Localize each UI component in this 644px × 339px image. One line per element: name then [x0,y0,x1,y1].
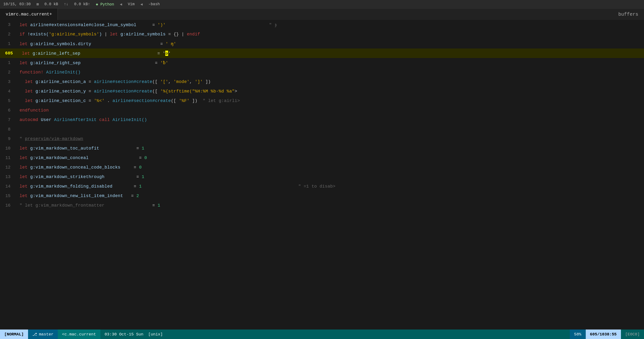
table-row: 13 let g:vim_markdown_strikethrough = 1 [0,172,644,182]
line-content: " let g:vim_markdown_frontmatter = 1 [14,203,160,208]
tab-buffers[interactable]: buffers [612,8,644,20]
top-sep1: ⊞ [36,2,39,7]
editor-area: 3 let airline#extensions#ale#close_lnum_… [0,20,644,330]
tab-filename: vimrc.mac.current+ [6,12,52,17]
line-number: 11 [0,156,14,160]
line-content: let g:airline_symbols.dirty = ' ɱ' [14,41,176,46]
table-row: 605 let g:airline_left_sep = 'ǝ' [0,48,644,58]
line-number-current: 605 [0,51,17,56]
status-branch: ⎇ master [28,330,58,339]
top-sep3: ◀ [120,2,122,7]
table-row: 6 endfunction [0,106,644,115]
table-row: 2 if !exists('g:airline_symbols') | let … [0,30,644,39]
table-row: 4 let g:airline_section_y = airline#sect… [0,86,644,96]
line-content: function! AirlineInit() [14,70,80,75]
line-content: let g:airline_section_c = '%<' . airline… [14,98,240,103]
line-number: 1 [0,41,14,46]
status-file: <c.mac.current [58,330,100,339]
line-content: let airline#extensions#ale#close_lnum_sy… [14,22,277,27]
line-number: 3 [0,80,14,84]
line-number: 15 [0,194,14,198]
branch-name: master [39,332,54,336]
line-number: 12 [0,165,14,170]
line-number: 3 [0,22,14,27]
tab-vimrc[interactable]: vimrc.mac.current+ [0,8,58,20]
line-content: let g:airline_section_y = airline#sectio… [14,89,237,94]
tab-bar: vimrc.mac.current+ buffers [0,8,644,20]
branch-icon: ⎇ [32,332,37,337]
line-number: 2 [0,32,14,36]
line-content: let g:vim_markdown_conceal_code_blocks =… [14,165,142,170]
line-content: endfunction [14,108,49,113]
table-row: 11 let g:vim_markdown_conceal = 0 [0,153,644,162]
line-number: 8 [0,127,14,132]
line-content: let g:vim_markdown_strikethrough = 1 [14,174,144,179]
table-row: 3 let airline#extensions#ale#close_lnum_… [0,20,644,30]
status-right: 58% 605/1038:55 [E0C0] [570,330,644,339]
top-shell: -bash [148,2,160,6]
line-number: 4 [0,89,14,94]
line-number: 5 [0,98,14,103]
table-row: 1 let g:airline_symbols.dirty = ' ɱ' [0,39,644,48]
line-number: 16 [0,203,14,208]
status-time: 03:30 Oct-15 Sun [unix] [100,330,167,339]
table-row: 2 function! AirlineInit() [0,68,644,77]
line-number: 2 [0,70,14,75]
line-number: 1 [0,60,14,65]
table-row: 3 let g:airline_section_a = airline#sect… [0,77,644,86]
status-encoding: [E0C0] [621,330,644,339]
table-row: 5 let g:airline_section_c = '%<' . airli… [0,96,644,106]
line-number: 9 [0,136,14,141]
line-number: 7 [0,118,14,122]
line-number: 13 [0,174,14,179]
table-row: 12 let g:vim_markdown_conceal_code_block… [0,162,644,172]
table-row: 14 let g:vim_markdown_folding_disabled =… [0,182,644,191]
table-row: 16 " let g:vim_markdown_frontmatter = 1 [0,201,644,210]
line-content: let g:airline_left_sep = 'ǝ' [17,51,171,56]
top-editor: Vim [128,2,134,6]
top-buf2: 0.0 kB↑ [74,2,90,6]
top-buf1: 0.0 kB [44,2,58,6]
top-lang: ◈ Python [96,2,114,7]
code-lines: 3 let airline#extensions#ale#close_lnum_… [0,20,644,210]
status-os: [unix] [148,332,163,336]
table-row: 15 let g:vim_markdown_new_list_item_inde… [0,191,644,201]
line-number: 6 [0,108,14,113]
line-content: if !exists('g:airline_symbols') | let g:… [14,32,200,36]
line-number: 14 [0,184,14,189]
top-status-bar: 10/15, 03:30 ⊞ 0.0 kB ↑↓ 0.0 kB↑ ◈ Pytho… [0,0,644,8]
line-content: let g:vim_markdown_new_list_item_indent … [14,194,139,198]
table-row: 8 [0,124,644,134]
line-content: let g:airline_section_a = airline#sectio… [14,80,211,84]
status-bar: [NORMAL] ⎇ master <c.mac.current 03:30 O… [0,330,644,339]
table-row: 10 let g:vim_markdown_toc_autofit = 1 [0,144,644,153]
top-sep4: ◀ [140,2,143,7]
line-content: autocmd User AirlineAfterInit call Airli… [14,118,147,122]
line-content: let g:vim_markdown_toc_autofit = 1 [14,146,144,151]
line-content [14,127,17,132]
table-row: 1 let g:airline_right_sep = 'ƀ' [0,58,644,68]
status-mode: [NORMAL] [0,330,28,339]
line-number: 10 [0,146,14,151]
line-content: let g:vim_markdown_folding_disabled = 1 … [14,184,336,189]
code-area[interactable]: 3 let airline#extensions#ale#close_lnum_… [0,20,644,330]
table-row: 9 " preservim/vim-markdown [0,134,644,144]
top-time: 10/15, 03:30 [3,2,31,6]
status-position: 605/1038:55 [586,330,621,339]
table-row: 7 autocmd User AirlineAfterInit call Air… [0,115,644,124]
status-percent: 58% [570,330,586,339]
line-content: let g:airline_right_sep = 'ƀ' [14,60,168,66]
line-content: " preservim/vim-markdown [14,136,83,141]
line-content: let g:vim_markdown_conceal = 0 [14,156,147,160]
top-sep2: ↑↓ [64,2,68,6]
